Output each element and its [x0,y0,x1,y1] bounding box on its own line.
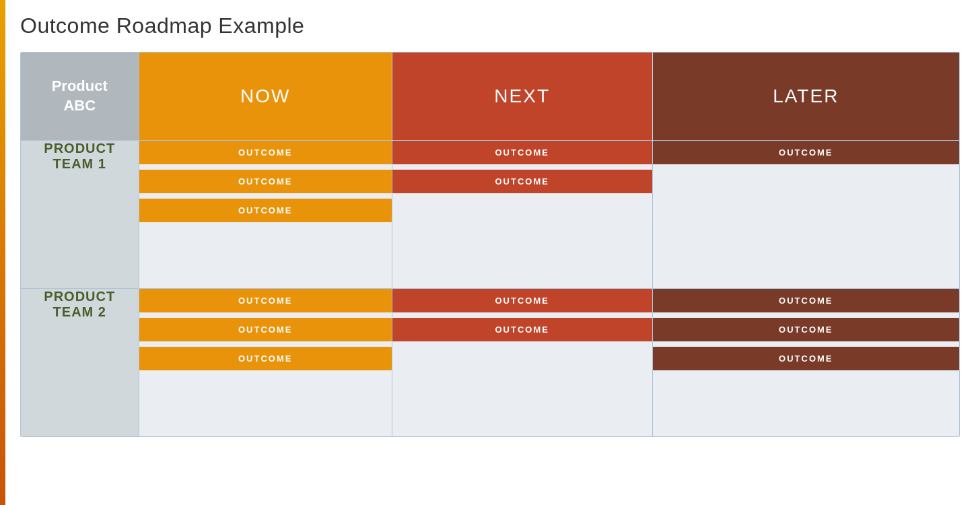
header-later-cell: LATER [652,53,959,140]
header-product-label: ProductABC [52,77,108,114]
outcome-bar: OUTCOME [139,170,392,193]
roadmap-table: ProductABC NOW NEXT LATER PRODUCTTEAM 1 … [21,53,959,436]
outcome-bar: OUTCOME [653,347,959,370]
header-later-label: LATER [773,86,839,106]
outcome-bar: OUTCOME [392,318,652,341]
team-1-next-cell: OUTCOME OUTCOME [392,140,652,288]
header-next-cell: NEXT [392,53,652,140]
team-1-now-cell: OUTCOME OUTCOME OUTCOME [139,140,392,288]
team-1-label: PRODUCTTEAM 1 [21,140,139,288]
outcome-bar: OUTCOME [139,318,392,341]
outcome-bar: OUTCOME [392,289,652,312]
outcome-bar: OUTCOME [392,141,652,164]
outcome-bar: OUTCOME [139,199,392,222]
outcome-bar: OUTCOME [653,318,959,341]
header-now-label: NOW [240,86,290,106]
outcome-bar: OUTCOME [653,289,959,312]
header-next-label: NEXT [494,86,550,106]
team-1-later-cell: OUTCOME [652,140,959,288]
team-2-later-cell: OUTCOME OUTCOME OUTCOME [652,288,959,436]
team-2-label: PRODUCTTEAM 2 [21,288,139,436]
page-title: Outcome Roadmap Example [20,13,960,38]
outcome-bar: OUTCOME [653,141,959,164]
outcome-bar: OUTCOME [139,289,392,312]
team-2-now-cell: OUTCOME OUTCOME OUTCOME [139,288,392,436]
left-accent-bar [0,0,5,505]
outcome-bar: OUTCOME [139,141,392,164]
team-2-row: PRODUCTTEAM 2 OUTCOME OUTCOME OUTCOME OU… [21,288,959,436]
outcome-bar: OUTCOME [139,347,392,370]
team-2-next-cell: OUTCOME OUTCOME [392,288,652,436]
roadmap-container: ProductABC NOW NEXT LATER PRODUCTTEAM 1 … [20,52,960,437]
team-1-row: PRODUCTTEAM 1 OUTCOME OUTCOME OUTCOME OU… [21,140,959,288]
header-now-cell: NOW [139,53,392,140]
header-product-cell: ProductABC [21,53,139,140]
header-row: ProductABC NOW NEXT LATER [21,53,959,140]
outcome-bar: OUTCOME [392,170,652,193]
